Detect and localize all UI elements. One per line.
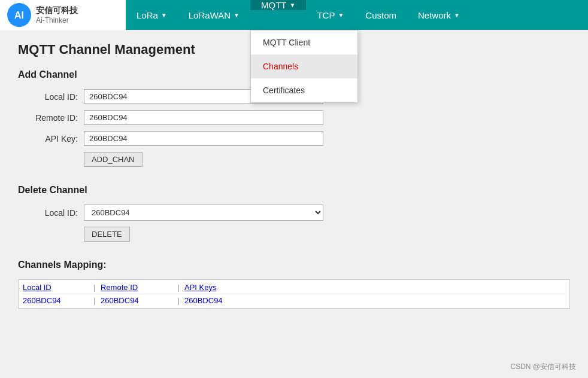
brand-name-cn: 安信可科技: [36, 5, 78, 16]
mapping-header-apikeys: API Keys: [184, 283, 256, 292]
mapping-data-sep1: |: [89, 296, 101, 305]
delete-local-id-select[interactable]: 260BDC94: [84, 205, 323, 221]
mapping-table: Local ID | Remote ID | API Keys 260BDC94…: [18, 279, 570, 309]
dropdown-mqtt-client[interactable]: MQTT Client: [251, 31, 357, 54]
mapping-header-row: Local ID | Remote ID | API Keys: [22, 281, 566, 294]
delete-local-id-label: Local ID:: [18, 208, 78, 218]
api-key-row: API Key:: [18, 131, 570, 146]
nav-label-mqtt: MQTT: [261, 0, 287, 10]
watermark: CSDN @安信可科技: [510, 362, 576, 372]
mapping-data-remoteid: 260BDC94: [101, 296, 172, 305]
nav-item-lorawan[interactable]: LoRaWAN ▼: [178, 0, 250, 30]
navbar: AI 安信可科技 Ai-Thinker LoRa ▼ LoRaWAN ▼ MQT…: [0, 0, 588, 30]
caret-lorawan: ▼: [234, 12, 240, 19]
nav-label-tcp: TCP: [317, 10, 335, 20]
nav-label-custom: Custom: [365, 10, 396, 20]
nav-item-network[interactable]: Network ▼: [407, 0, 471, 30]
local-id-label: Local ID:: [18, 92, 78, 102]
brand: AI 安信可科技 Ai-Thinker: [0, 0, 126, 30]
brand-logo-icon: AI: [7, 3, 31, 27]
delete-channel-title: Delete Channel: [18, 185, 570, 196]
delete-button[interactable]: DELETE: [84, 227, 130, 242]
remote-id-input[interactable]: [84, 110, 323, 125]
nav-item-tcp[interactable]: TCP ▼: [306, 0, 354, 30]
caret-tcp: ▼: [338, 12, 344, 19]
dropdown-channels[interactable]: Channels: [251, 54, 357, 78]
table-row: 260BDC94 | 260BDC94 | 260BDC94: [22, 294, 566, 307]
remote-id-row: Remote ID:: [18, 110, 570, 125]
delete-channel-section: Delete Channel Local ID: 260BDC94 DELETE: [18, 185, 570, 242]
nav-label-network: Network: [418, 10, 451, 20]
add-chan-button[interactable]: ADD_CHAN: [84, 152, 143, 167]
add-chan-btn-row: ADD_CHAN: [18, 152, 570, 167]
channels-mapping-section: Channels Mapping: Local ID | Remote ID |…: [18, 260, 570, 309]
nav-item-custom[interactable]: Custom: [354, 0, 407, 30]
nav-label-lorawan: LoRaWAN: [189, 10, 231, 20]
mqtt-dropdown-menu: MQTT Client Channels Certificates: [250, 30, 358, 103]
channels-mapping-title: Channels Mapping:: [18, 260, 570, 270]
nav-label-lora: LoRa: [137, 10, 158, 20]
svg-text:AI: AI: [14, 10, 24, 20]
brand-name-en: Ai-Thinker: [36, 16, 78, 25]
mapping-data-sep2: |: [172, 296, 184, 305]
caret-network: ▼: [454, 12, 460, 19]
mqtt-wrapper: MQTT ▼ MQTT Client Channels Certificates: [250, 0, 306, 30]
delete-btn-row: DELETE: [18, 227, 570, 242]
mapping-data-apikey: 260BDC94: [184, 296, 256, 305]
brand-text: 安信可科技 Ai-Thinker: [36, 5, 78, 25]
mapping-header-sep2: |: [172, 283, 184, 292]
caret-mqtt: ▼: [289, 2, 295, 8]
mapping-header-localid: Local ID: [23, 283, 89, 292]
api-key-label: API Key:: [18, 134, 78, 144]
dropdown-certificates[interactable]: Certificates: [251, 78, 357, 102]
caret-lora: ▼: [161, 12, 167, 19]
remote-id-label: Remote ID:: [18, 113, 78, 123]
mapping-header-sep1: |: [89, 283, 101, 292]
nav-item-mqtt[interactable]: MQTT ▼: [250, 0, 306, 10]
nav-item-lora[interactable]: LoRa ▼: [126, 0, 178, 30]
api-key-input[interactable]: [84, 131, 323, 146]
mapping-header-remoteid: Remote ID: [101, 283, 172, 292]
mapping-data-localid: 260BDC94: [23, 296, 89, 305]
nav-items: LoRa ▼ LoRaWAN ▼ MQTT ▼ MQTT Client Chan…: [126, 0, 471, 30]
delete-local-id-row: Local ID: 260BDC94: [18, 205, 570, 221]
